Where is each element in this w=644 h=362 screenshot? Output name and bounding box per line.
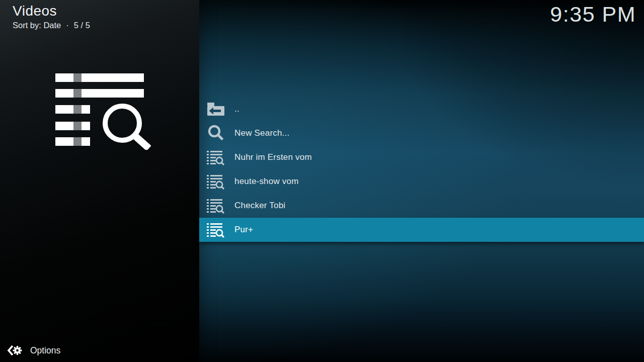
list-item-label: Nuhr im Ersten vom — [234, 152, 312, 162]
list-item-label: Pur+ — [234, 225, 253, 235]
list-item-label: New Search... — [234, 128, 289, 138]
sidebar: Videos Sort by: Date · 5 / 5 — [0, 0, 199, 362]
list-item-saved-search[interactable]: Nuhr im Ersten vom — [199, 145, 644, 169]
list-search-icon — [206, 220, 225, 240]
header: Videos Sort by: Date · 5 / 5 — [13, 3, 90, 30]
list-item-label: Checker Tobi — [234, 201, 285, 211]
item-count: 5 / 5 — [74, 21, 90, 30]
list-item-label: heute-show vom — [234, 176, 299, 187]
sort-by-label: Sort by: Date — [13, 21, 61, 30]
options-gear-icon — [7, 344, 22, 357]
sort-status: Sort by: Date · 5 / 5 — [13, 21, 90, 30]
file-list: .. New Search... — [199, 97, 644, 242]
options-label: Options — [30, 345, 60, 356]
list-item-saved-search[interactable]: heute-show vom — [199, 169, 644, 194]
list-item-saved-search-selected[interactable]: Pur+ — [199, 218, 644, 242]
list-search-icon — [206, 147, 225, 167]
separator-dot: · — [66, 21, 69, 30]
section-list-search-icon — [55, 73, 151, 150]
clock: 9:35 PM — [550, 2, 636, 27]
list-item-saved-search[interactable]: Checker Tobi — [199, 194, 644, 218]
page-title: Videos — [13, 3, 90, 19]
list-item-parent-folder[interactable]: .. — [199, 97, 644, 121]
list-item-label: .. — [234, 104, 239, 114]
options-button[interactable]: Options — [0, 339, 199, 362]
folder-back-icon — [206, 99, 225, 119]
list-search-icon — [206, 196, 225, 216]
content-panel: 9:35 PM — [199, 0, 644, 362]
search-icon — [206, 123, 225, 143]
list-item-new-search[interactable]: New Search... — [199, 121, 644, 145]
list-search-icon — [206, 171, 225, 192]
